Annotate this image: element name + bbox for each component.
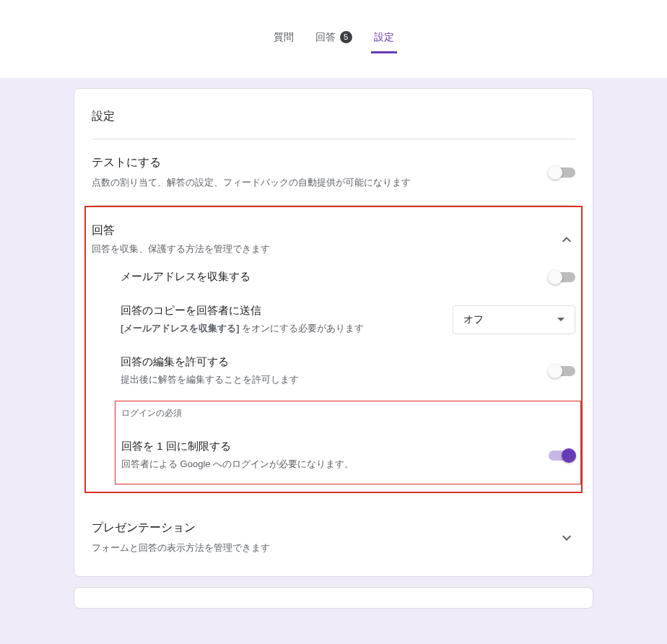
collect-email-row: メールアドレスを収集する: [121, 260, 575, 294]
content-area: 設定 テストにする 点数の割り当て、解答の設定、フィードバックの自動提供が可能に…: [0, 78, 667, 609]
limit-one-row: 回答を 1 回に制限する 回答者による Google へのログインが必要になりま…: [121, 430, 575, 481]
send-copy-desc-bold: [メールアドレスを収集する]: [121, 323, 240, 334]
tab-questions[interactable]: 質問: [271, 25, 297, 53]
send-copy-select[interactable]: オフ: [453, 305, 575, 334]
tab-settings-label: 設定: [374, 31, 394, 44]
chevron-down-icon[interactable]: [558, 529, 575, 547]
presentation-desc: フォームと回答の表示方法を管理できます: [92, 541, 558, 554]
allow-edit-title: 回答の編集を許可する: [121, 355, 549, 369]
tab-settings[interactable]: 設定: [371, 25, 397, 53]
collect-email-toggle[interactable]: [549, 272, 575, 282]
dropdown-arrow-icon: [557, 318, 564, 321]
collect-email-title: メールアドレスを収集する: [121, 270, 549, 284]
allow-edit-row: 回答の編集を許可する 提出後に解答を編集することを許可します: [121, 345, 575, 396]
allow-edit-desc: 提出後に解答を編集することを許可します: [121, 373, 549, 386]
responses-section-header[interactable]: 回答 回答を収集、保護する方法を管理できます: [92, 210, 575, 260]
next-card-peek: [74, 587, 593, 609]
send-copy-desc-rest: をオンにする必要があります: [240, 323, 365, 334]
tab-responses-label: 回答: [315, 31, 336, 44]
quiz-title: テストにする: [92, 155, 549, 170]
login-required-label: ログインの必須: [121, 407, 575, 419]
send-copy-title: 回答のコピーを回答者に送信: [121, 304, 453, 318]
limit-one-desc: 回答者による Google へのログインが必要になります。: [121, 458, 549, 471]
quiz-row: テストにする 点数の割り当て、解答の設定、フィードバックの自動提供が可能になりま…: [92, 139, 575, 206]
limit-one-title: 回答を 1 回に制限する: [121, 440, 549, 453]
limit-one-highlight: ログインの必須 回答を 1 回に制限する 回答者による Google へのログイ…: [115, 401, 581, 484]
presentation-title: プレゼンテーション: [92, 521, 558, 536]
quiz-toggle[interactable]: [549, 167, 575, 178]
tab-responses[interactable]: 回答 5: [313, 25, 355, 53]
presentation-row[interactable]: プレゼンテーション フォームと回答の表示方法を管理できます: [92, 505, 575, 576]
send-copy-select-value: オフ: [463, 313, 484, 326]
responses-section-highlight: 回答 回答を収集、保護する方法を管理できます メールアドレスを収集する 回答のコ…: [84, 206, 583, 493]
tab-questions-label: 質問: [274, 31, 294, 44]
send-copy-desc: [メールアドレスを収集する] をオンにする必要があります: [121, 322, 453, 335]
settings-card: 設定 テストにする 点数の割り当て、解答の設定、フィードバックの自動提供が可能に…: [74, 88, 593, 577]
chevron-up-icon[interactable]: [558, 231, 575, 248]
quiz-desc: 点数の割り当て、解答の設定、フィードバックの自動提供が可能になります: [92, 176, 549, 189]
card-title: 設定: [92, 89, 575, 139]
tabs-bar: 質問 回答 5 設定: [0, 0, 667, 78]
responses-title: 回答: [92, 223, 270, 238]
allow-edit-toggle[interactable]: [549, 366, 575, 376]
responses-count-badge: 5: [340, 31, 352, 43]
send-copy-row: 回答のコピーを回答者に送信 [メールアドレスを収集する] をオンにする必要があり…: [121, 294, 575, 345]
limit-one-toggle[interactable]: [549, 451, 575, 461]
responses-desc: 回答を収集、保護する方法を管理できます: [92, 243, 270, 256]
responses-indented: メールアドレスを収集する 回答のコピーを回答者に送信 [メールアドレスを収集する…: [92, 260, 575, 484]
